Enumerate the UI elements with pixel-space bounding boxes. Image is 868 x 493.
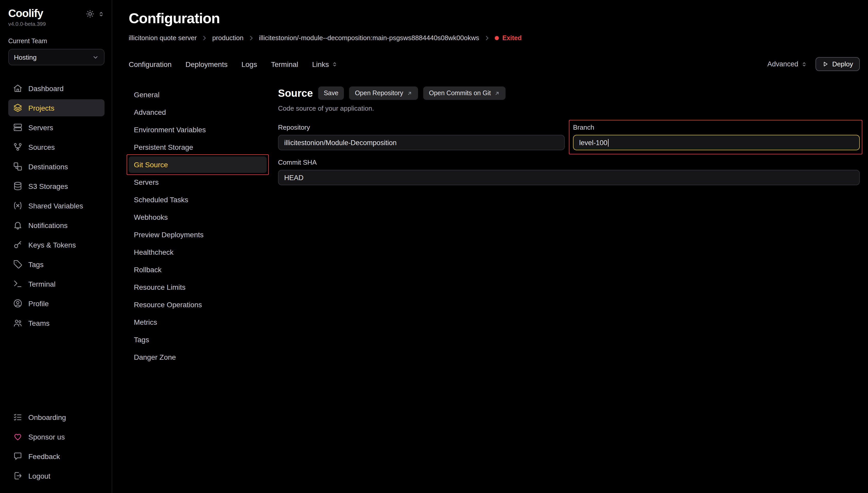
tab-configuration[interactable]: Configuration: [129, 60, 172, 68]
deploy-label: Deploy: [832, 60, 853, 68]
app-version: v4.0.0-beta.399: [8, 21, 46, 27]
logout-icon: [13, 471, 23, 481]
sidebar-item-profile[interactable]: Profile: [8, 295, 105, 312]
theme-toggle-sun-icon[interactable]: [86, 10, 94, 18]
subnav-item-resource-limits[interactable]: Resource Limits: [129, 279, 267, 295]
sidebar-item-label: Destinations: [28, 163, 68, 171]
branch-value: level-100: [579, 139, 608, 146]
sidebar-item-logout[interactable]: Logout: [8, 467, 105, 484]
breadcrumb-project[interactable]: illicitonion quote server: [129, 34, 197, 42]
subnav-item-environment-variables[interactable]: Environment Variables: [129, 122, 267, 138]
bell-icon: [13, 220, 23, 230]
deploy-button[interactable]: Deploy: [815, 57, 860, 71]
tab-links[interactable]: Links: [312, 60, 338, 68]
commit-sha-value: HEAD: [284, 174, 303, 181]
commit-sha-input[interactable]: HEAD: [278, 170, 860, 185]
main-content: Configuration illicitonion quote server …: [112, 0, 868, 493]
subnav-item-servers[interactable]: Servers: [129, 174, 267, 190]
sidebar-item-tags[interactable]: Tags: [8, 256, 105, 273]
save-button[interactable]: Save: [318, 86, 344, 100]
tab-logs[interactable]: Logs: [241, 60, 257, 68]
subnav-item-danger-zone[interactable]: Danger Zone: [129, 349, 267, 365]
advanced-label: Advanced: [767, 60, 798, 68]
open-commits-button[interactable]: Open Commits on Git: [423, 86, 506, 100]
commit-sha-field: Commit SHA HEAD: [278, 158, 860, 185]
breadcrumb-resource[interactable]: illicitestonion/-module--decomposition:m…: [259, 34, 479, 42]
text-cursor: [608, 139, 609, 146]
play-icon: [822, 61, 829, 67]
commit-sha-label: Commit SHA: [278, 158, 860, 166]
subnav-item-general[interactable]: General: [129, 86, 267, 103]
sidebar-item-servers[interactable]: Servers: [8, 119, 105, 136]
sidebar-item-label: S3 Storages: [28, 182, 68, 190]
sidebar-item-label: Sources: [28, 143, 55, 151]
sidebar-item-destinations[interactable]: Destinations: [8, 158, 105, 175]
subnav-item-resource-operations[interactable]: Resource Operations: [129, 296, 267, 313]
source-section-description: Code source of your application.: [278, 105, 860, 112]
tab-deployments[interactable]: Deployments: [186, 60, 228, 68]
sidebar-item-shared-variables[interactable]: Shared Variables: [8, 197, 105, 214]
status-badge: Exited: [494, 34, 522, 41]
sidebar-item-feedback[interactable]: Feedback: [8, 448, 105, 465]
configuration-content: General Advanced Environment Variables P…: [129, 86, 860, 366]
sidebar-item-label: Servers: [28, 123, 53, 131]
subnav-item-rollback[interactable]: Rollback: [129, 261, 267, 278]
sidebar-item-s3-storages[interactable]: S3 Storages: [8, 177, 105, 194]
subnav-item-preview-deployments[interactable]: Preview Deployments: [129, 227, 267, 243]
repository-value: illicitestonion/Module-Decomposition: [284, 139, 397, 146]
sidebar-item-label: Projects: [28, 104, 54, 112]
sidebar-item-sources[interactable]: Sources: [8, 138, 105, 155]
sidebar-item-label: Tags: [28, 260, 43, 269]
sidebar-item-label: Terminal: [28, 280, 56, 288]
branch-field: Branch level-100: [573, 124, 860, 150]
tab-bar: Configuration Deployments Logs Terminal …: [129, 57, 860, 71]
sidebar-item-keys-tokens[interactable]: Keys & Tokens: [8, 236, 105, 253]
subnav-item-metrics[interactable]: Metrics: [129, 314, 267, 330]
branch-input[interactable]: level-100: [573, 135, 860, 150]
sidebar-footer: Onboarding Sponsor us Feedback Logout: [8, 409, 105, 487]
teams-icon: [13, 318, 23, 328]
sidebar-item-teams[interactable]: Teams: [8, 315, 105, 331]
subnav-item-label: Git Source: [134, 160, 168, 169]
open-commits-label: Open Commits on Git: [429, 89, 491, 97]
sidebar-item-projects[interactable]: Projects: [8, 99, 105, 116]
sidebar-item-terminal[interactable]: Terminal: [8, 275, 105, 292]
open-repository-button[interactable]: Open Repository: [349, 86, 418, 100]
subnav-item-healthcheck[interactable]: Healthcheck: [129, 244, 267, 260]
sidebar-item-label: Teams: [28, 319, 49, 327]
breadcrumb-environment[interactable]: production: [212, 34, 243, 42]
key-icon: [13, 240, 23, 250]
subnav-item-git-source[interactable]: Git Source: [129, 156, 267, 173]
sidebar-item-label: Onboarding: [28, 413, 66, 421]
sidebar-item-onboarding[interactable]: Onboarding: [8, 409, 105, 426]
subnav-item-advanced[interactable]: Advanced: [129, 104, 267, 121]
sidebar-item-label: Profile: [28, 299, 49, 307]
subnav-item-scheduled-tasks[interactable]: Scheduled Tasks: [129, 191, 267, 208]
sidebar-item-notifications[interactable]: Notifications: [8, 217, 105, 234]
chevrons-up-down-icon: [801, 61, 807, 67]
team-select[interactable]: Hosting: [8, 49, 105, 65]
repository-input[interactable]: illicitestonion/Module-Decomposition: [278, 135, 565, 150]
sidebar-item-dashboard[interactable]: Dashboard: [8, 80, 105, 97]
variables-icon: [13, 201, 23, 211]
tab-terminal[interactable]: Terminal: [271, 60, 298, 68]
sidebar-item-sponsor-us[interactable]: Sponsor us: [8, 428, 105, 445]
subnav-item-tags[interactable]: Tags: [129, 331, 267, 348]
heart-icon: [13, 432, 23, 442]
version-selector-chevrons-icon[interactable]: [98, 10, 105, 17]
current-team-label: Current Team: [8, 38, 105, 45]
external-link-icon: [494, 90, 500, 96]
git-fork-icon: [13, 142, 23, 152]
sidebar-item-label: Sponsor us: [28, 432, 65, 441]
sidebar-item-label: Keys & Tokens: [28, 241, 76, 249]
subnav-item-persistent-storage[interactable]: Persistent Storage: [129, 139, 267, 155]
git-source-panel: Source Save Open Repository Open Commits…: [278, 86, 860, 366]
config-subnav: General Advanced Environment Variables P…: [129, 86, 267, 366]
database-icon: [13, 181, 23, 191]
server-icon: [13, 123, 23, 132]
branch-label: Branch: [573, 124, 860, 131]
subnav-item-webhooks[interactable]: Webhooks: [129, 209, 267, 226]
chevron-right-icon: [201, 35, 208, 41]
advanced-dropdown[interactable]: Advanced: [767, 60, 807, 68]
team-select-value: Hosting: [14, 53, 37, 61]
